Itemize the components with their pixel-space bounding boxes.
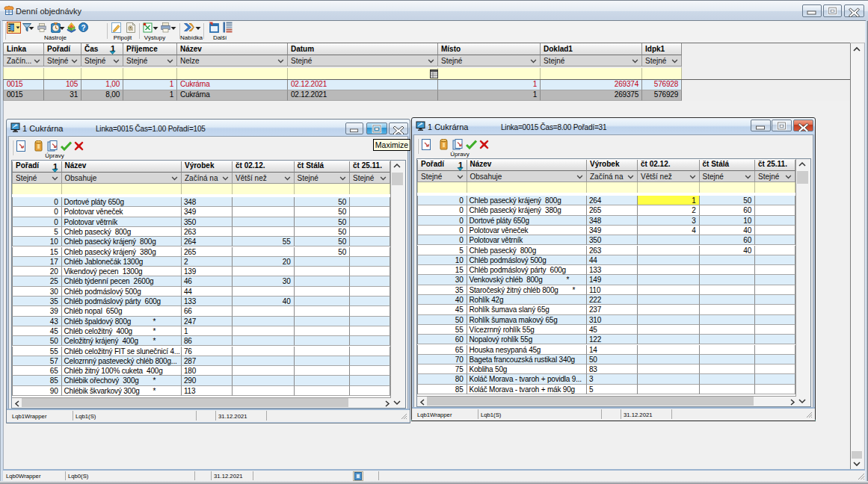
svg-text:?: ? xyxy=(81,24,85,32)
